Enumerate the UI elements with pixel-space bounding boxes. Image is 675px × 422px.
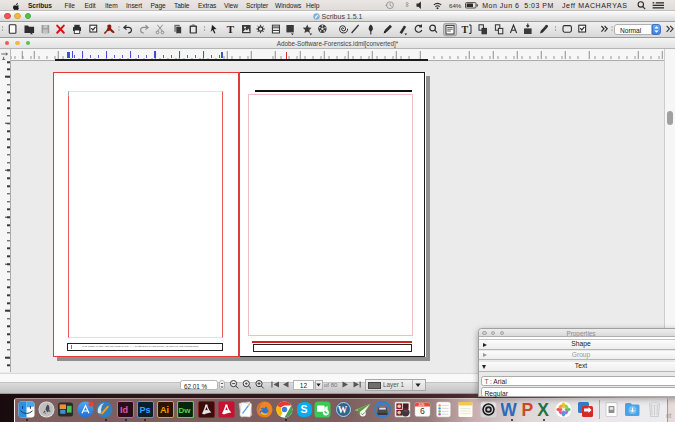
svg-text:of 80: of 80 <box>324 382 338 388</box>
svg-text:T: T <box>462 24 469 35</box>
svg-text:T: T <box>227 23 235 35</box>
